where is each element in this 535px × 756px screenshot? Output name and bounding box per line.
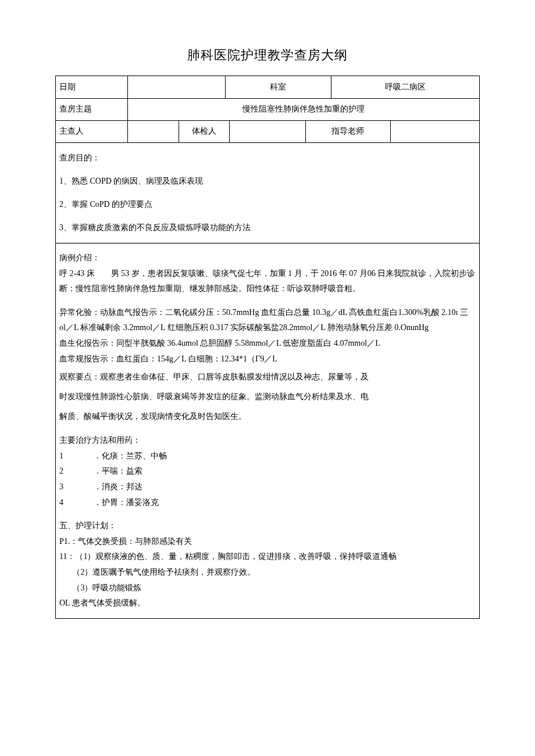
item-text: ．护胃：潘妥洛克: [94, 495, 476, 511]
item-number: 2: [59, 464, 67, 479]
treatment-section: 主要治疗方法和用药： 1 ．化痰：兰苏、中畅 2 ．平喘：益索 3 ．消炎：邦达…: [59, 433, 476, 510]
table-row: 查房主题 慢性阻塞性肺病伴急性加重的护理: [56, 98, 479, 120]
treatment-item: 3 ．消炎：邦达: [59, 479, 476, 495]
plan-line: （3）呼吸功能锻炼: [59, 581, 476, 596]
supervisor-value: [390, 121, 479, 143]
topic-value: 慢性阻塞性肺病伴急性加重的护理: [128, 98, 479, 120]
header-table-row3: 主查人 体检人 指导老师: [56, 121, 479, 144]
observe-line: 观察要点：观察患者生命体征、甲床、口唇等皮肤黏膜发绀情况以及神志、尿量等，及: [59, 369, 476, 385]
date-label: 日期: [56, 76, 128, 98]
lab-line: 血常规报告示：血红蛋白：154g／L 白细胞：12.34*1（Γ9／L: [59, 352, 476, 367]
treatment-item: 1 ．化痰：兰苏、中畅: [59, 449, 476, 464]
plan-line: 11：（1）观察痰液的色、质、量，粘稠度，胸部叩击，促进排痰，改善呼吸，保持呼吸…: [59, 549, 476, 565]
observe-line: 时发现慢性肺源性心脏病、呼吸衰竭等并发症的征象。监测动脉血气分析结果及水、电: [59, 389, 476, 405]
case-heading: 病例介绍：: [59, 250, 476, 266]
spacer: [67, 464, 94, 479]
lab-line: 血生化报告示：同型半胱氨酸 36.4umol 总胆固醇 5.58mmol／L 低…: [59, 336, 476, 352]
spacer: [67, 495, 94, 511]
objective-item: 2、掌握 CoPD 的护理要点: [59, 196, 476, 213]
plan-line: OL 患者气体受损缓解。: [59, 596, 476, 611]
item-number: 4: [59, 495, 67, 511]
lab-line: 异常化验：动脉血气报告示：二氧化碳分压：50.7mmHg 血红蛋白总量 10.3…: [59, 305, 476, 336]
treatment-heading: 主要治疗方法和用药：: [59, 433, 476, 449]
topic-label: 查房主题: [56, 98, 128, 120]
objective-item: 1、熟悉 COPD 的病因、病理及临床表现: [59, 173, 476, 189]
date-value: [128, 76, 225, 98]
nursing-plan-section: 五、护理计划： P1.：气体交换受损：与肺部感染有关 11：（1）观察痰液的色、…: [59, 518, 476, 611]
dept-value: 呼吸二病区: [331, 76, 479, 98]
header-table: 日期 科室 呼吸二病区 查房主题 慢性阻塞性肺病伴急性加重的护理: [56, 76, 479, 121]
document-table: 日期 科室 呼吸二病区 查房主题 慢性阻塞性肺病伴急性加重的护理 主查人 体检人…: [55, 76, 480, 619]
table-row: 主查人 体检人 指导老师: [56, 121, 479, 143]
objectives-section: 查房目的： 1、熟悉 COPD 的病因、病理及临床表现 2、掌握 CoPD 的护…: [56, 143, 479, 243]
table-row: 日期 科室 呼吸二病区: [56, 76, 479, 98]
item-text: ．消炎：邦达: [94, 479, 476, 495]
plan-line: （2）遵医嘱予氧气使用给予祛痰剂，并观察疗效。: [59, 565, 476, 581]
treatment-item: 2 ．平喘：益索: [59, 464, 476, 479]
supervisor-label: 指导老师: [306, 121, 391, 143]
examiner-label: 体检人: [179, 121, 229, 143]
item-number: 3: [59, 479, 67, 495]
examiner-value: [229, 121, 305, 143]
item-number: 1: [59, 449, 67, 464]
spacer: [67, 479, 94, 495]
plan-line: P1.：气体交换受损：与肺部感染有关: [59, 534, 476, 550]
host-value: [128, 121, 179, 143]
item-text: ．化痰：兰苏、中畅: [94, 449, 476, 464]
page-title: 肺科医院护理教学查房大纲: [55, 46, 480, 64]
spacer: [67, 449, 94, 464]
treatment-item: 4 ．护胃：潘妥洛克: [59, 495, 476, 511]
observe-line: 解质、酸碱平衡状况，发现病情变化及时告知医生。: [59, 409, 476, 425]
plan-heading: 五、护理计划：: [59, 518, 476, 534]
objectives-heading: 查房目的：: [59, 150, 476, 166]
case-intro: 呼 2-43 床 男 53 岁，患者因反复咳嗽、咳痰气促七年，加重 1 月，于 …: [59, 266, 476, 297]
body-section: 病例介绍： 呼 2-43 床 男 53 岁，患者因反复咳嗽、咳痰气促七年，加重 …: [56, 243, 479, 618]
host-label: 主查人: [56, 121, 128, 143]
item-text: ．平喘：益索: [94, 464, 476, 479]
objective-item: 3、掌握糖皮质激素的不良反应及锻炼呼吸功能的方法: [59, 220, 476, 236]
dept-label: 科室: [225, 76, 331, 98]
